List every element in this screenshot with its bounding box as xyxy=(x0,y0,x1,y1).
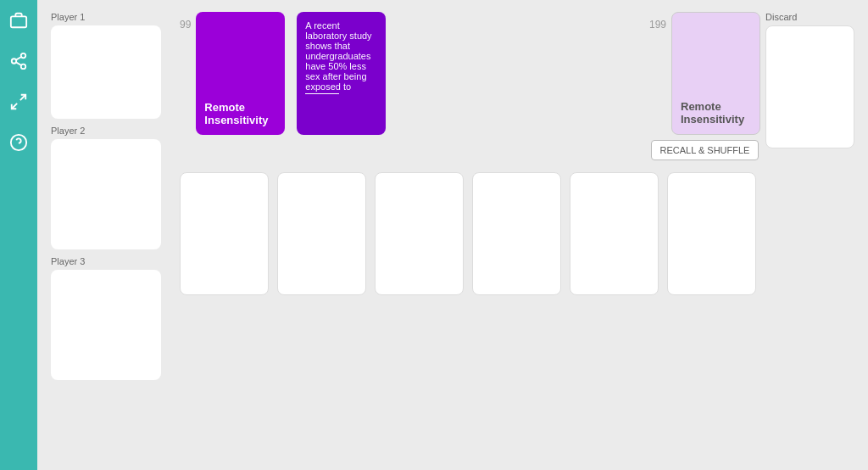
discard-section: Discard xyxy=(765,12,854,148)
svg-line-8 xyxy=(12,104,17,109)
recall-shuffle-button[interactable]: RECALL & SHUFFLE xyxy=(651,140,760,160)
main-content: Player 1 Player 2 Player 3 99 Remote In xyxy=(37,0,868,470)
white-question-card[interactable]: A recent laboratory study shows that und… xyxy=(297,12,386,135)
hand-row xyxy=(180,172,854,295)
player-1-panel: Player 1 xyxy=(51,12,170,119)
top-cards-row: 99 Remote Insensitivity A recent laborat… xyxy=(180,12,854,160)
left-deck-count: 99 xyxy=(180,19,191,31)
hand-card-6[interactable] xyxy=(667,172,756,295)
blank-underline xyxy=(305,93,339,94)
player-3-label: Player 3 xyxy=(51,256,170,266)
briefcase-icon[interactable] xyxy=(7,8,31,32)
discard-label: Discard xyxy=(765,12,797,22)
player-2-card-area xyxy=(51,139,161,249)
white-card-text: A recent laboratory study shows that und… xyxy=(305,20,377,92)
player-2-panel: Player 2 xyxy=(51,126,170,249)
players-column: Player 1 Player 2 Player 3 xyxy=(51,12,170,458)
recall-card[interactable]: Remote Insensitivity xyxy=(671,12,760,135)
player-1-card-area xyxy=(51,25,161,119)
hand-card-5[interactable] xyxy=(570,172,659,295)
hand-card-4[interactable] xyxy=(472,172,561,295)
fullscreen-icon[interactable] xyxy=(7,90,31,114)
player-2-label: Player 2 xyxy=(51,126,170,136)
hand-card-1[interactable] xyxy=(180,172,269,295)
player-1-label: Player 1 xyxy=(51,12,170,22)
black-card-text: Remote Insensitivity xyxy=(204,101,276,126)
recall-section: 199 Remote Insensitivity RECALL & SHUFFL… xyxy=(649,12,760,160)
sidebar xyxy=(0,0,37,470)
content-wrapper: Player 1 Player 2 Player 3 99 Remote In xyxy=(51,12,854,458)
share-icon[interactable] xyxy=(7,49,31,73)
discard-card xyxy=(765,25,854,148)
svg-point-3 xyxy=(12,59,17,64)
svg-point-2 xyxy=(21,53,26,59)
player-3-panel: Player 3 xyxy=(51,256,170,380)
svg-line-6 xyxy=(16,57,21,60)
hand-card-2[interactable] xyxy=(277,172,366,295)
svg-line-5 xyxy=(16,62,21,65)
player-3-card-area xyxy=(51,270,161,380)
help-icon[interactable] xyxy=(7,131,31,154)
black-card[interactable]: Remote Insensitivity xyxy=(196,12,285,135)
svg-rect-0 xyxy=(11,16,26,27)
recall-card-text: Remote Insensitivity xyxy=(681,100,751,126)
svg-point-4 xyxy=(21,64,26,70)
right-deck-count: 199 xyxy=(649,19,666,31)
svg-line-7 xyxy=(20,95,25,100)
hand-card-3[interactable] xyxy=(375,172,464,295)
